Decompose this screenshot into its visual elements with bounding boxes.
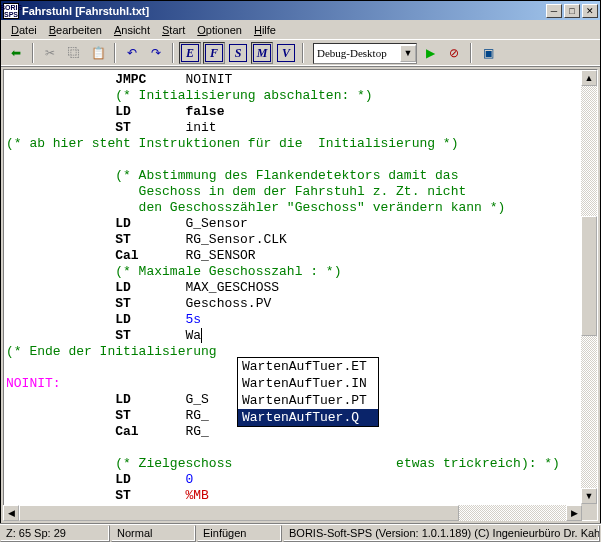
- status-mode: Normal: [111, 525, 196, 542]
- app-icon: BORISSPS: [3, 3, 19, 19]
- scroll-thumb[interactable]: [581, 216, 597, 336]
- maximize-button[interactable]: □: [564, 4, 580, 18]
- horizontal-scrollbar[interactable]: ◀ ▶: [3, 505, 582, 521]
- scroll-track[interactable]: [581, 86, 597, 488]
- autocomplete-item[interactable]: WartenAufTuer.ET: [238, 358, 378, 375]
- minimize-button[interactable]: ─: [546, 4, 562, 18]
- menu-optionen[interactable]: Optionen: [191, 22, 248, 38]
- copy-button[interactable]: ⿻: [63, 42, 85, 64]
- autocomplete-popup[interactable]: WartenAufTuer.ET WartenAufTuer.IN Warten…: [237, 357, 379, 427]
- scroll-right-button[interactable]: ▶: [566, 505, 582, 521]
- separator: [302, 43, 304, 63]
- code-editor[interactable]: JMPC NOINIT (* Initialisierung abschalte…: [4, 70, 581, 520]
- vertical-scrollbar[interactable]: ▲ ▼: [581, 70, 597, 520]
- scroll-corner: [581, 504, 597, 520]
- scroll-left-button[interactable]: ◀: [3, 505, 19, 521]
- chevron-down-icon[interactable]: ▼: [400, 45, 416, 62]
- status-insert: Einfügen: [197, 525, 282, 542]
- menu-bearbeiten[interactable]: Bearbeiten: [43, 22, 108, 38]
- autocomplete-item-selected[interactable]: WartenAufTuer.Q: [238, 409, 378, 426]
- toggle-v[interactable]: V: [275, 42, 297, 64]
- debug-button[interactable]: ▣: [477, 42, 499, 64]
- undo-button[interactable]: ↶: [121, 42, 143, 64]
- menu-datei[interactable]: Datei: [5, 22, 43, 38]
- stop-button[interactable]: ⊘: [443, 42, 465, 64]
- editor-frame: JMPC NOINIT (* Initialisierung abschalte…: [1, 67, 600, 523]
- cut-button[interactable]: ✂: [39, 42, 61, 64]
- title-bar: BORISSPS Fahrstuhl [Fahrstuhl.txt] ─ □ ✕: [1, 1, 600, 20]
- config-input[interactable]: [314, 45, 400, 62]
- autocomplete-item[interactable]: WartenAufTuer.IN: [238, 375, 378, 392]
- hscroll-thumb[interactable]: [19, 505, 459, 521]
- window-title: Fahrstuhl [Fahrstuhl.txt]: [22, 5, 546, 17]
- menu-bar: Datei Bearbeiten Ansicht Start Optionen …: [1, 20, 600, 39]
- menu-start[interactable]: Start: [156, 22, 191, 38]
- toolbar: ⬅ ✂ ⿻ 📋 ↶ ↷ E F S M V ▼ ▶ ⊘ ▣: [1, 39, 600, 67]
- redo-button[interactable]: ↷: [145, 42, 167, 64]
- separator: [114, 43, 116, 63]
- toggle-f[interactable]: F: [203, 42, 225, 64]
- toggle-e[interactable]: E: [179, 42, 201, 64]
- status-bar: Z: 65 Sp: 29 Normal Einfügen BORIS-Soft-…: [0, 523, 601, 542]
- autocomplete-item[interactable]: WartenAufTuer.PT: [238, 392, 378, 409]
- scroll-up-button[interactable]: ▲: [581, 70, 597, 86]
- separator: [470, 43, 472, 63]
- status-info: BORIS-Soft-SPS (Version: 1.0.1.189) (C) …: [283, 525, 600, 542]
- scroll-down-button[interactable]: ▼: [581, 488, 597, 504]
- config-combo[interactable]: ▼: [313, 43, 417, 64]
- separator: [32, 43, 34, 63]
- menu-ansicht[interactable]: Ansicht: [108, 22, 156, 38]
- status-position: Z: 65 Sp: 29: [0, 525, 110, 542]
- menu-hilfe[interactable]: Hilfe: [248, 22, 282, 38]
- separator: [172, 43, 174, 63]
- hscroll-track[interactable]: [19, 505, 566, 521]
- run-button[interactable]: ▶: [419, 42, 441, 64]
- toggle-m[interactable]: M: [251, 42, 273, 64]
- close-button[interactable]: ✕: [582, 4, 598, 18]
- back-button[interactable]: ⬅: [5, 42, 27, 64]
- paste-button[interactable]: 📋: [87, 42, 109, 64]
- toggle-s[interactable]: S: [227, 42, 249, 64]
